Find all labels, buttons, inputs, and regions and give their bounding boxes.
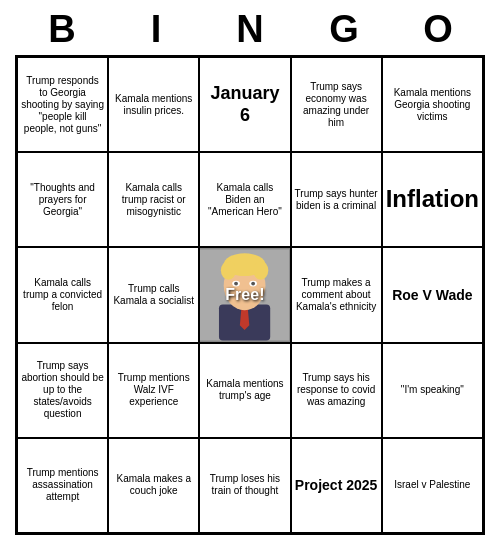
cell-r4c4[interactable]: Israel v Palestine [382,438,483,533]
svg-point-7 [253,261,268,280]
cell-r0c2[interactable]: January 6 [199,57,290,152]
letter-g: G [306,8,382,51]
cell-r1c0[interactable]: "Thoughts and prayers for Georgia" [17,152,108,247]
cell-r3c4[interactable]: "I'm speaking" [382,343,483,438]
cell-r3c2[interactable]: Kamala mentions trump's age [199,343,290,438]
cell-r0c1[interactable]: Kamala mentions insulin prices. [108,57,199,152]
bingo-header: B I N G O [15,8,485,51]
cell-r3c1[interactable]: Trump mentions Walz IVF experience [108,343,199,438]
cell-r3c0[interactable]: Trump says abortion should be up to the … [17,343,108,438]
cell-r1c1[interactable]: Kamala calls trump racist or misogynisti… [108,152,199,247]
free-cell-inner: Free! [200,248,289,341]
letter-o: O [400,8,476,51]
cell-r3c3[interactable]: Trump says his response to covid was ama… [291,343,382,438]
letter-n: N [212,8,288,51]
cell-r4c2[interactable]: Trump loses his train of thought [199,438,290,533]
letter-i: I [118,8,194,51]
cell-r2c3[interactable]: Trump makes a comment about Kamala's eth… [291,247,382,342]
cell-r4c3[interactable]: Project 2025 [291,438,382,533]
cell-r2c4[interactable]: Roe V Wade [382,247,483,342]
bingo-grid: Trump responds to Georgia shooting by sa… [15,55,485,535]
cell-free[interactable]: Free! [199,247,290,342]
svg-point-6 [221,261,236,280]
cell-r1c2[interactable]: Kamala calls Biden an "American Hero" [199,152,290,247]
letter-b: B [24,8,100,51]
cell-r1c4[interactable]: Inflation [382,152,483,247]
cell-r0c4[interactable]: Kamala mentions Georgia shooting victims [382,57,483,152]
cell-r2c0[interactable]: Kamala calls trump a convicted felon [17,247,108,342]
cell-r0c3[interactable]: Trump says economy was amazing under him [291,57,382,152]
cell-r4c1[interactable]: Kamala makes a couch joke [108,438,199,533]
cell-r1c3[interactable]: Trump says hunter biden is a criminal [291,152,382,247]
cell-r0c0[interactable]: Trump responds to Georgia shooting by sa… [17,57,108,152]
free-label: Free! [225,285,264,304]
cell-r4c0[interactable]: Trump mentions assassination attempt [17,438,108,533]
cell-r2c1[interactable]: Trump calls Kamala a socialist [108,247,199,342]
